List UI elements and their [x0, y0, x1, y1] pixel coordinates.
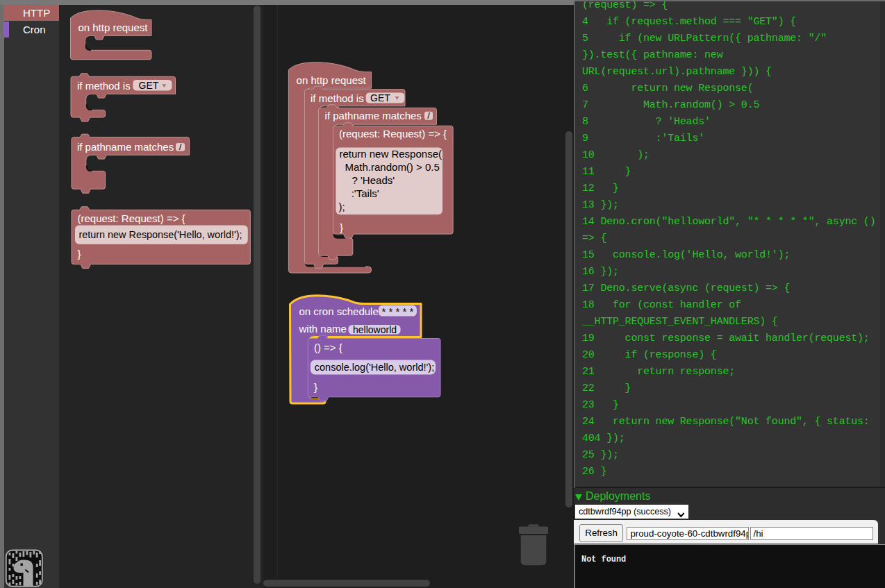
svg-text:if method is: if method is — [311, 92, 364, 104]
svg-text:GET: GET — [139, 80, 159, 91]
svg-text:GET: GET — [370, 92, 390, 103]
svg-text:}: } — [78, 248, 81, 260]
svg-text:return new Response(: return new Response( — [339, 148, 442, 160]
svg-text:(request: Request) => {: (request: Request) => { — [339, 128, 447, 140]
svg-text:on http request: on http request — [297, 74, 367, 86]
svg-text:on http request: on http request — [78, 22, 148, 33]
svg-text:if pathname matches: if pathname matches — [325, 110, 422, 121]
svg-text:);: ); — [339, 201, 345, 212]
svg-text:with name: with name — [299, 323, 347, 335]
svg-text::'Tails': :'Tails' — [351, 187, 379, 199]
svg-text:return new Response('Hello, wo: return new Response('Hello, world!'); — [79, 229, 242, 240]
svg-text:if method is: if method is — [77, 80, 131, 92]
svg-text:() => {: () => { — [314, 342, 342, 353]
svg-text:helloworld: helloworld — [353, 324, 397, 335]
svg-text:? 'Heads': ? 'Heads' — [352, 174, 395, 186]
svg-text:if pathname matches: if pathname matches — [77, 141, 174, 153]
svg-text:}: } — [340, 221, 343, 233]
svg-text:}: } — [314, 381, 317, 393]
svg-text:/: / — [179, 142, 182, 152]
svg-text:/: / — [427, 110, 430, 121]
svg-text:* * * * *: * * * * * — [381, 305, 413, 317]
svg-text:on cron schedule: on cron schedule — [299, 305, 379, 317]
svg-text:Math.random() > 0.5: Math.random() > 0.5 — [345, 161, 440, 173]
svg-text:(request: Request) => {: (request: Request) => { — [78, 212, 185, 224]
svg-text:console.log('Hello, world!');: console.log('Hello, world!'); — [315, 362, 434, 373]
